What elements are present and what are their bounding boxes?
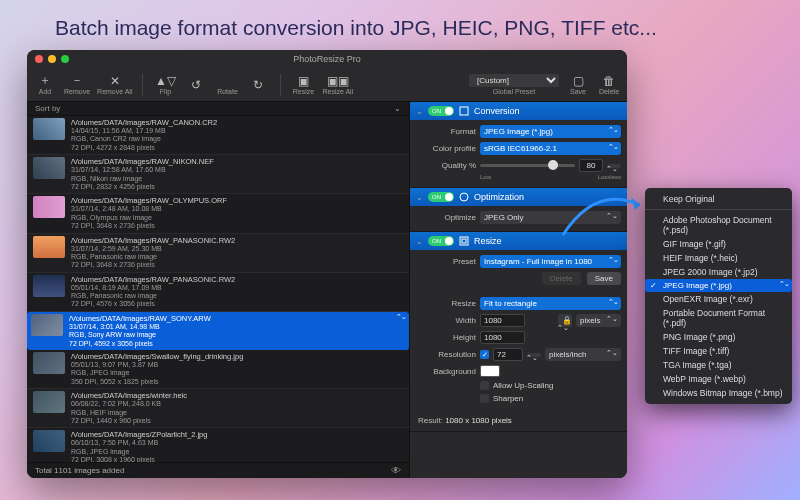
chevron-down-icon: ⌄ xyxy=(416,237,423,246)
quality-slider[interactable] xyxy=(480,164,575,167)
zoom-icon[interactable] xyxy=(61,55,69,63)
height-input[interactable] xyxy=(480,331,525,344)
width-input[interactable] xyxy=(480,314,525,327)
optimize-select[interactable]: JPEG Only xyxy=(480,211,621,224)
dropdown-item[interactable]: TIFF Image (*.tiff) xyxy=(645,344,792,358)
rotate-label: Rotate xyxy=(215,74,239,95)
list-item[interactable]: /Volumes/DATA/Images/RAW_OLYMPUS.ORF31/0… xyxy=(27,194,409,233)
conversion-icon xyxy=(459,106,469,116)
quality-label: Quality % xyxy=(416,161,476,170)
dropdown-item[interactable]: Adobe Photoshop Document (*.psd) xyxy=(645,213,792,237)
resolution-checkbox[interactable]: ✓ xyxy=(480,350,489,359)
minimize-icon[interactable] xyxy=(48,55,56,63)
conversion-toggle[interactable]: ON xyxy=(428,106,454,116)
preset-delete-button[interactable]: Delete xyxy=(542,272,581,285)
add-button[interactable]: ＋Add xyxy=(33,74,57,95)
dropdown-item[interactable]: JPEG Image (*.jpg) xyxy=(645,279,792,292)
close-icon[interactable] xyxy=(35,55,43,63)
sort-bar[interactable]: Sort by⌄ xyxy=(27,102,409,116)
delete-button[interactable]: 🗑Delete xyxy=(597,74,621,95)
chevron-down-icon: ⌄ xyxy=(416,107,423,116)
list-item[interactable]: /Volumes/DATA/Images/winter.heic06/08/22… xyxy=(27,389,409,428)
conversion-header[interactable]: ⌄ ON Conversion xyxy=(410,102,627,120)
app-window: PhotoResize Pro ＋Add －Remove ✕Remove All… xyxy=(27,50,627,478)
dropdown-item[interactable]: WebP Image (*.webp) xyxy=(645,372,792,386)
dropdown-item[interactable]: TGA Image (*.tga) xyxy=(645,358,792,372)
quality-stepper[interactable] xyxy=(607,164,621,168)
conversion-section: ⌄ ON Conversion FormatJPEG Image (*.jpg)… xyxy=(410,102,627,188)
page-caption: Batch image format conversion into JPG, … xyxy=(55,16,657,40)
resize-mode-select[interactable]: Fit to rectangle xyxy=(480,297,621,310)
list-item[interactable]: /Volumes/DATA/Images/ZPolarlicht_2.jpg06… xyxy=(27,428,409,462)
profile-select[interactable]: sRGB IEC61966-2.1 xyxy=(480,142,621,155)
chevron-down-icon: ⌄ xyxy=(394,104,401,113)
global-preset-select[interactable]: [Custom] xyxy=(469,74,559,87)
thumbnail xyxy=(33,430,65,452)
unit-select[interactable]: pixels xyxy=(576,314,621,327)
list-item[interactable]: /Volumes/DATA/Images/RAW_PANASONIC.RW205… xyxy=(27,273,409,312)
preview-icon[interactable]: 👁 xyxy=(391,465,401,476)
dropdown-item[interactable]: PNG Image (*.png) xyxy=(645,330,792,344)
flip-icon: ▲▽ xyxy=(155,74,176,87)
preset-select[interactable]: Instagram - Full image in 1080 xyxy=(480,255,621,268)
titlebar: PhotoResize Pro xyxy=(27,50,627,68)
save-button[interactable]: ▢Save xyxy=(566,74,590,95)
background-color-swatch[interactable] xyxy=(480,365,500,377)
sharpen-checkbox[interactable] xyxy=(480,394,489,403)
resize-toggle[interactable]: ON xyxy=(428,236,454,246)
res-unit-select[interactable]: pixels/inch xyxy=(545,348,621,361)
res-stepper[interactable] xyxy=(527,353,541,357)
preset-label: Preset xyxy=(416,257,476,266)
dropdown-item-keep[interactable]: Keep Original xyxy=(645,192,792,206)
thumbnail xyxy=(33,236,65,258)
resize-all-icon: ▣▣ xyxy=(327,74,349,87)
rotate-left-icon: ↺ xyxy=(191,78,201,91)
rotate-right-button[interactable]: ↻ xyxy=(246,78,270,91)
quality-value[interactable]: 80 xyxy=(579,159,603,172)
resize-button[interactable]: ▣Resize xyxy=(291,74,315,95)
result-row: Result: 1080 x 1080 pixels xyxy=(410,410,627,431)
minus-icon: － xyxy=(71,74,83,87)
optimize-label: Optimize xyxy=(416,213,476,222)
preset-save-button[interactable]: Save xyxy=(587,272,621,285)
global-preset: [Custom] Global Preset xyxy=(469,74,559,95)
format-dropdown[interactable]: Keep Original Adobe Photoshop Document (… xyxy=(645,188,792,404)
svg-rect-2 xyxy=(460,237,468,245)
rotate-right-icon: ↻ xyxy=(253,78,263,91)
flip-button[interactable]: ▲▽Flip xyxy=(153,74,177,95)
file-panel: Sort by⌄ /Volumes/DATA/Images/RAW_CANON.… xyxy=(27,102,409,478)
list-item[interactable]: /Volumes/DATA/Images/RAW_NIKON.NEF31/07/… xyxy=(27,155,409,194)
optimization-toggle[interactable]: ON xyxy=(428,192,454,202)
rotate-left-button[interactable]: ↺ xyxy=(184,78,208,91)
status-bar: Total 1101 images added👁 xyxy=(27,462,409,478)
list-item[interactable]: /Volumes/DATA/Images/Swallow_flying_drin… xyxy=(27,350,409,389)
thumbnail xyxy=(33,196,65,218)
window-title: PhotoResize Pro xyxy=(293,54,361,64)
chevron-down-icon: ⌄ xyxy=(416,193,423,202)
svg-point-1 xyxy=(460,193,468,201)
resize-header[interactable]: ⌄ ON Resize xyxy=(410,232,627,250)
optimization-header[interactable]: ⌄ ON Optimization xyxy=(410,188,627,206)
dropdown-item[interactable]: Portable Document Format (*.pdf) xyxy=(645,306,792,330)
upscaling-checkbox[interactable] xyxy=(480,381,489,390)
dropdown-item[interactable]: HEIF Image (*.heic) xyxy=(645,251,792,265)
remove-all-button[interactable]: ✕Remove All xyxy=(97,74,132,95)
save-icon: ▢ xyxy=(573,74,584,87)
svg-rect-3 xyxy=(462,239,466,243)
list-item[interactable]: /Volumes/DATA/Images/RAW_PANASONIC.RW231… xyxy=(27,234,409,273)
dropdown-item[interactable]: OpenEXR Image (*.exr) xyxy=(645,292,792,306)
resolution-input[interactable] xyxy=(493,348,523,361)
list-item[interactable]: /Volumes/DATA/Images/RAW_CANON.CR214/04/… xyxy=(27,116,409,155)
thumbnail xyxy=(31,314,63,336)
resize-icon: ▣ xyxy=(298,74,309,87)
lock-icon[interactable]: 🔒 xyxy=(558,314,572,327)
format-select[interactable]: JPEG Image (*.jpg) xyxy=(480,125,621,138)
thumbnail xyxy=(33,118,65,140)
list-item[interactable]: /Volumes/DATA/Images/RAW_SONY.ARW31/07/1… xyxy=(27,312,409,350)
dropdown-item[interactable]: GIF Image (*.gif) xyxy=(645,237,792,251)
dropdown-item[interactable]: Windows Bitmap Image (*.bmp) xyxy=(645,386,792,400)
file-list[interactable]: /Volumes/DATA/Images/RAW_CANON.CR214/04/… xyxy=(27,116,409,462)
dropdown-item[interactable]: JPEG 2000 Image (*.jp2) xyxy=(645,265,792,279)
remove-button[interactable]: －Remove xyxy=(64,74,90,95)
resize-all-button[interactable]: ▣▣Resize All xyxy=(322,74,353,95)
